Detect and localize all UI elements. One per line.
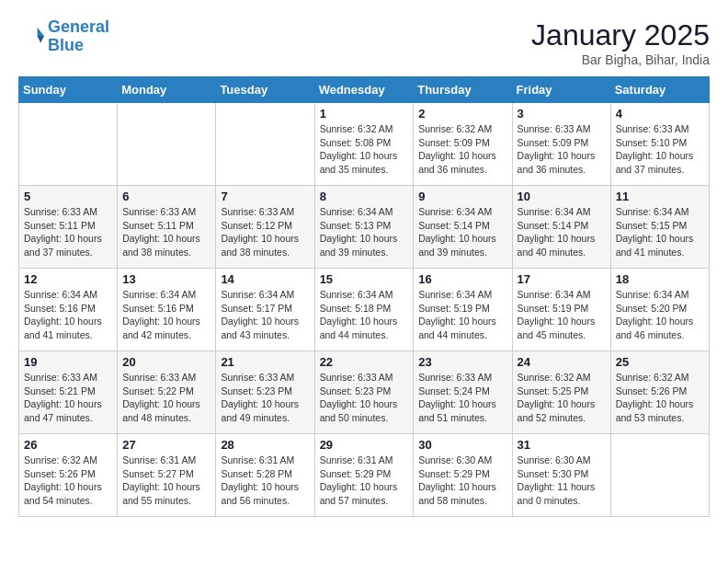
calendar-cell: 31Sunrise: 6:30 AM Sunset: 5:30 PM Dayli… <box>512 434 610 517</box>
calendar-cell: 2Sunrise: 6:32 AM Sunset: 5:09 PM Daylig… <box>414 103 512 186</box>
calendar-cell: 30Sunrise: 6:30 AM Sunset: 5:29 PM Dayli… <box>414 434 512 517</box>
day-info: Sunrise: 6:32 AM Sunset: 5:26 PM Dayligh… <box>616 371 704 425</box>
calendar-cell: 18Sunrise: 6:34 AM Sunset: 5:20 PM Dayli… <box>610 269 709 351</box>
calendar-cell <box>19 103 118 186</box>
day-info: Sunrise: 6:33 AM Sunset: 5:11 PM Dayligh… <box>24 205 112 259</box>
day-number: 24 <box>518 355 606 369</box>
calendar-cell <box>610 434 709 517</box>
calendar-cell: 11Sunrise: 6:34 AM Sunset: 5:15 PM Dayli… <box>610 186 709 269</box>
day-number: 7 <box>221 190 309 203</box>
calendar-cell: 7Sunrise: 6:33 AM Sunset: 5:12 PM Daylig… <box>216 186 314 269</box>
day-number: 13 <box>122 272 210 286</box>
day-number: 31 <box>518 438 606 452</box>
calendar-cell: 13Sunrise: 6:34 AM Sunset: 5:16 PM Dayli… <box>118 269 216 351</box>
day-info: Sunrise: 6:33 AM Sunset: 5:21 PM Dayligh… <box>24 371 112 425</box>
day-number: 5 <box>24 190 112 203</box>
weekday-header-monday: Monday <box>118 77 216 103</box>
day-info: Sunrise: 6:34 AM Sunset: 5:16 PM Dayligh… <box>122 288 210 342</box>
day-number: 3 <box>518 107 606 121</box>
calendar-cell: 20Sunrise: 6:33 AM Sunset: 5:22 PM Dayli… <box>118 351 216 434</box>
logo-icon <box>18 24 44 50</box>
page-header: General Blue January 2025 Bar Bigha, Bih… <box>18 18 710 67</box>
svg-marker-0 <box>38 28 44 36</box>
day-number: 30 <box>418 438 506 452</box>
day-number: 8 <box>320 190 409 203</box>
weekday-header-thursday: Thursday <box>414 77 512 103</box>
calendar-cell: 1Sunrise: 6:32 AM Sunset: 5:08 PM Daylig… <box>314 103 414 186</box>
weekday-header-wednesday: Wednesday <box>314 77 414 103</box>
day-info: Sunrise: 6:33 AM Sunset: 5:10 PM Dayligh… <box>616 122 704 177</box>
calendar-cell: 9Sunrise: 6:34 AM Sunset: 5:14 PM Daylig… <box>414 186 512 269</box>
weekday-header-row: SundayMondayTuesdayWednesdayThursdayFrid… <box>19 77 710 103</box>
day-info: Sunrise: 6:32 AM Sunset: 5:09 PM Dayligh… <box>418 122 506 177</box>
day-info: Sunrise: 6:34 AM Sunset: 5:14 PM Dayligh… <box>418 205 506 259</box>
day-number: 10 <box>518 190 606 203</box>
calendar-cell <box>118 103 216 186</box>
day-number: 9 <box>418 190 506 203</box>
day-number: 6 <box>122 190 210 203</box>
calendar-cell: 29Sunrise: 6:31 AM Sunset: 5:29 PM Dayli… <box>314 434 414 517</box>
calendar-cell: 4Sunrise: 6:33 AM Sunset: 5:10 PM Daylig… <box>610 103 709 186</box>
calendar-cell: 12Sunrise: 6:34 AM Sunset: 5:16 PM Dayli… <box>19 269 118 351</box>
day-info: Sunrise: 6:31 AM Sunset: 5:28 PM Dayligh… <box>221 454 309 508</box>
day-number: 17 <box>518 272 606 286</box>
calendar-cell: 28Sunrise: 6:31 AM Sunset: 5:28 PM Dayli… <box>216 434 314 517</box>
day-number: 11 <box>616 190 704 203</box>
calendar-cell: 22Sunrise: 6:33 AM Sunset: 5:23 PM Dayli… <box>314 351 414 434</box>
calendar-cell <box>216 103 314 186</box>
day-info: Sunrise: 6:34 AM Sunset: 5:20 PM Dayligh… <box>616 288 704 342</box>
calendar-cell: 23Sunrise: 6:33 AM Sunset: 5:24 PM Dayli… <box>414 351 512 434</box>
day-number: 27 <box>122 438 210 452</box>
day-info: Sunrise: 6:34 AM Sunset: 5:18 PM Dayligh… <box>320 288 409 342</box>
calendar-cell: 6Sunrise: 6:33 AM Sunset: 5:11 PM Daylig… <box>118 186 216 269</box>
calendar-cell: 16Sunrise: 6:34 AM Sunset: 5:19 PM Dayli… <box>414 269 512 351</box>
calendar-cell: 5Sunrise: 6:33 AM Sunset: 5:11 PM Daylig… <box>19 186 118 269</box>
calendar-cell: 3Sunrise: 6:33 AM Sunset: 5:09 PM Daylig… <box>512 103 610 186</box>
title-block: January 2025 Bar Bigha, Bihar, India <box>531 18 710 67</box>
day-number: 12 <box>24 272 112 286</box>
day-number: 18 <box>616 272 704 286</box>
day-info: Sunrise: 6:31 AM Sunset: 5:27 PM Dayligh… <box>122 454 210 508</box>
logo: General Blue <box>18 18 109 55</box>
day-number: 22 <box>320 355 409 369</box>
day-info: Sunrise: 6:32 AM Sunset: 5:08 PM Dayligh… <box>320 122 409 177</box>
day-info: Sunrise: 6:32 AM Sunset: 5:25 PM Dayligh… <box>518 371 606 425</box>
calendar-cell: 26Sunrise: 6:32 AM Sunset: 5:26 PM Dayli… <box>19 434 118 517</box>
day-info: Sunrise: 6:32 AM Sunset: 5:26 PM Dayligh… <box>24 454 112 508</box>
day-info: Sunrise: 6:33 AM Sunset: 5:24 PM Dayligh… <box>418 371 506 425</box>
day-info: Sunrise: 6:34 AM Sunset: 5:19 PM Dayligh… <box>418 288 506 342</box>
week-row-2: 5Sunrise: 6:33 AM Sunset: 5:11 PM Daylig… <box>19 186 710 269</box>
day-info: Sunrise: 6:33 AM Sunset: 5:12 PM Dayligh… <box>221 205 309 259</box>
weekday-header-friday: Friday <box>512 77 610 103</box>
day-info: Sunrise: 6:34 AM Sunset: 5:13 PM Dayligh… <box>320 205 409 259</box>
calendar-cell: 17Sunrise: 6:34 AM Sunset: 5:19 PM Dayli… <box>512 269 610 351</box>
logo-text: General Blue <box>48 18 109 55</box>
weekday-header-sunday: Sunday <box>19 77 118 103</box>
day-number: 20 <box>122 355 210 369</box>
location: Bar Bigha, Bihar, India <box>531 52 710 67</box>
calendar-cell: 10Sunrise: 6:34 AM Sunset: 5:14 PM Dayli… <box>512 186 610 269</box>
day-number: 16 <box>418 272 506 286</box>
calendar-cell: 24Sunrise: 6:32 AM Sunset: 5:25 PM Dayli… <box>512 351 610 434</box>
day-info: Sunrise: 6:33 AM Sunset: 5:09 PM Dayligh… <box>518 122 606 177</box>
week-row-5: 26Sunrise: 6:32 AM Sunset: 5:26 PM Dayli… <box>19 434 710 517</box>
week-row-1: 1Sunrise: 6:32 AM Sunset: 5:08 PM Daylig… <box>19 103 710 186</box>
day-number: 19 <box>24 355 112 369</box>
day-number: 28 <box>221 438 309 452</box>
weekday-header-saturday: Saturday <box>610 77 709 103</box>
month-year: January 2025 <box>531 18 710 52</box>
calendar-table: SundayMondayTuesdayWednesdayThursdayFrid… <box>18 76 710 517</box>
day-number: 1 <box>320 107 409 121</box>
calendar-cell: 14Sunrise: 6:34 AM Sunset: 5:17 PM Dayli… <box>216 269 314 351</box>
day-info: Sunrise: 6:30 AM Sunset: 5:30 PM Dayligh… <box>518 454 606 508</box>
calendar-cell: 15Sunrise: 6:34 AM Sunset: 5:18 PM Dayli… <box>314 269 414 351</box>
day-info: Sunrise: 6:33 AM Sunset: 5:23 PM Dayligh… <box>320 371 409 425</box>
day-info: Sunrise: 6:33 AM Sunset: 5:11 PM Dayligh… <box>122 205 210 259</box>
day-number: 25 <box>616 355 704 369</box>
weekday-header-tuesday: Tuesday <box>216 77 314 103</box>
calendar-cell: 21Sunrise: 6:33 AM Sunset: 5:23 PM Dayli… <box>216 351 314 434</box>
week-row-4: 19Sunrise: 6:33 AM Sunset: 5:21 PM Dayli… <box>19 351 710 434</box>
calendar-cell: 8Sunrise: 6:34 AM Sunset: 5:13 PM Daylig… <box>314 186 414 269</box>
calendar-cell: 19Sunrise: 6:33 AM Sunset: 5:21 PM Dayli… <box>19 351 118 434</box>
calendar-cell: 25Sunrise: 6:32 AM Sunset: 5:26 PM Dayli… <box>610 351 709 434</box>
